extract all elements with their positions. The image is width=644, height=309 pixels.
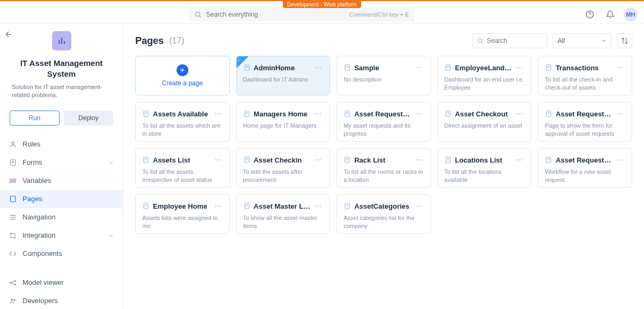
- page-card[interactable]: Locations ListTo list all the locations …: [437, 148, 532, 188]
- filter-select[interactable]: All: [553, 33, 612, 48]
- page-card[interactable]: Assets ListTo list all the assets irresp…: [135, 148, 230, 188]
- page-card[interactable]: Asset Master ListTo show all the asset m…: [236, 194, 331, 234]
- back-button[interactable]: [4, 30, 13, 39]
- card-description: My asset requests and its progress: [343, 122, 424, 138]
- page-card[interactable]: Managers HomeHome page for IT Managers: [236, 102, 331, 142]
- card-description: To add the assets after procurement: [243, 168, 324, 184]
- page-card[interactable]: Asset Request - My I...My asset requests…: [336, 102, 431, 142]
- page-card[interactable]: Assets AvailableTo list all the assets w…: [135, 102, 230, 142]
- card-title: Asset Checkin: [254, 156, 302, 164]
- page-card[interactable]: Asset Request - Ne...Workflow for a new …: [538, 148, 632, 188]
- card-menu-button[interactable]: [213, 155, 223, 165]
- card-title: Asset Request - My I...: [354, 110, 411, 118]
- page-card[interactable]: Asset CheckinTo add the assets after pro…: [236, 148, 331, 188]
- svg-point-88: [219, 159, 221, 160]
- plus-icon: +: [177, 64, 188, 76]
- help-button[interactable]: [583, 8, 597, 21]
- page-card[interactable]: Asset Request - My ...Page to show the f…: [538, 102, 632, 142]
- card-menu-button[interactable]: [616, 155, 625, 165]
- nav-item-integration[interactable]: Integration: [0, 226, 123, 245]
- app-logo: [52, 31, 71, 50]
- page-icon: [444, 156, 452, 164]
- nav-label: Integration: [23, 231, 55, 239]
- card-menu-button[interactable]: [414, 109, 424, 119]
- filter-search-input[interactable]: [487, 37, 543, 45]
- notifications-button[interactable]: [603, 8, 617, 21]
- svg-point-99: [419, 159, 420, 160]
- svg-point-130: [421, 205, 422, 207]
- nav-item-navigation[interactable]: Navigation: [0, 208, 123, 226]
- svg-point-45: [519, 67, 521, 68]
- nav-item-model-viewer[interactable]: Model viewer: [0, 274, 123, 292]
- nav-item-forms[interactable]: Forms: [0, 153, 123, 172]
- card-title: Asset Master List: [254, 202, 311, 210]
- card-menu-button[interactable]: [213, 109, 223, 119]
- card-menu-button[interactable]: [616, 109, 625, 119]
- card-description: To show all the asset master items: [243, 214, 324, 230]
- card-title: Sample: [354, 64, 379, 72]
- sort-button[interactable]: [617, 33, 632, 48]
- page-icon: [444, 110, 452, 117]
- svg-point-34: [320, 67, 321, 68]
- svg-rect-11: [10, 179, 16, 180]
- card-menu-button[interactable]: [515, 63, 524, 72]
- card-menu-button[interactable]: [313, 63, 323, 72]
- deploy-button[interactable]: Deploy: [64, 111, 114, 126]
- card-menu-button[interactable]: [515, 109, 524, 119]
- nav-item-components[interactable]: Components: [0, 245, 123, 263]
- card-menu-button[interactable]: [213, 201, 223, 211]
- run-button[interactable]: Run: [10, 111, 60, 126]
- page-card[interactable]: AssetCategoriesAsset categories list for…: [336, 194, 431, 234]
- page-card[interactable]: EmployeeLandingPa...Dashboard for an end…: [437, 56, 532, 95]
- card-description: Page to show the form for approval of as…: [545, 122, 625, 138]
- card-menu-button[interactable]: [313, 201, 323, 211]
- card-menu-button[interactable]: [414, 155, 424, 165]
- card-menu-button[interactable]: [616, 63, 625, 72]
- card-title: Transactions: [555, 64, 598, 72]
- svg-point-32: [316, 67, 317, 68]
- svg-point-69: [419, 113, 420, 114]
- card-description: Direct assignment of an asset: [444, 122, 525, 130]
- page-card[interactable]: TransactionsTo list all the check-in and…: [538, 56, 632, 95]
- card-menu-button[interactable]: [515, 155, 524, 165]
- page-icon: [243, 110, 251, 117]
- card-menu-button[interactable]: [414, 201, 424, 211]
- card-menu-button[interactable]: [313, 155, 323, 165]
- svg-point-94: [320, 159, 321, 160]
- svg-point-44: [517, 67, 518, 68]
- page-card[interactable]: SampleNo description: [336, 56, 431, 95]
- nav-item-pages[interactable]: Pages: [0, 190, 123, 208]
- card-menu-button[interactable]: [313, 109, 323, 119]
- card-description: To list all the locations available: [444, 168, 525, 184]
- nav-label: Developers: [23, 297, 58, 305]
- page-icon: [545, 64, 552, 71]
- page-card[interactable]: Asset CheckoutDirect assignment of an as…: [437, 102, 532, 142]
- nav-label: Roles: [23, 140, 40, 148]
- card-description: Workflow for a new asset request.: [545, 168, 625, 184]
- page-card[interactable]: AdminHomeDashboard for IT Admins: [236, 56, 331, 95]
- nav-label: Navigation: [23, 213, 55, 221]
- card-menu-button[interactable]: [414, 63, 424, 72]
- page-card[interactable]: Rack ListTo list all the rooms or racks …: [336, 148, 431, 188]
- card-title: Asset Checkout: [455, 110, 508, 118]
- nav-item-variables[interactable]: Variables: [0, 172, 123, 190]
- svg-point-87: [217, 159, 218, 160]
- create-page-card[interactable]: + Create a page: [135, 56, 230, 95]
- code-icon: [9, 249, 17, 258]
- nav-item-roles[interactable]: Roles: [0, 135, 123, 153]
- user-avatar[interactable]: MH: [624, 8, 638, 21]
- filter-search[interactable]: [472, 33, 547, 48]
- card-title: Asset Request - Ne...: [555, 156, 612, 164]
- page-card[interactable]: Employee HomeAssets lists were assigned …: [135, 194, 230, 234]
- card-title: Managers Home: [254, 110, 308, 118]
- nav-item-developers[interactable]: Developers: [0, 292, 123, 309]
- home-flag-icon: [237, 56, 248, 68]
- svg-point-86: [215, 159, 216, 160]
- page-count: (17): [169, 36, 184, 46]
- svg-rect-5: [61, 38, 62, 44]
- filter-select-value: All: [558, 37, 565, 45]
- global-search-input[interactable]: [206, 11, 345, 18]
- global-search[interactable]: Command/Ctrl key + E: [189, 8, 414, 21]
- card-title: Rack List: [354, 156, 385, 164]
- svg-point-64: [320, 113, 321, 114]
